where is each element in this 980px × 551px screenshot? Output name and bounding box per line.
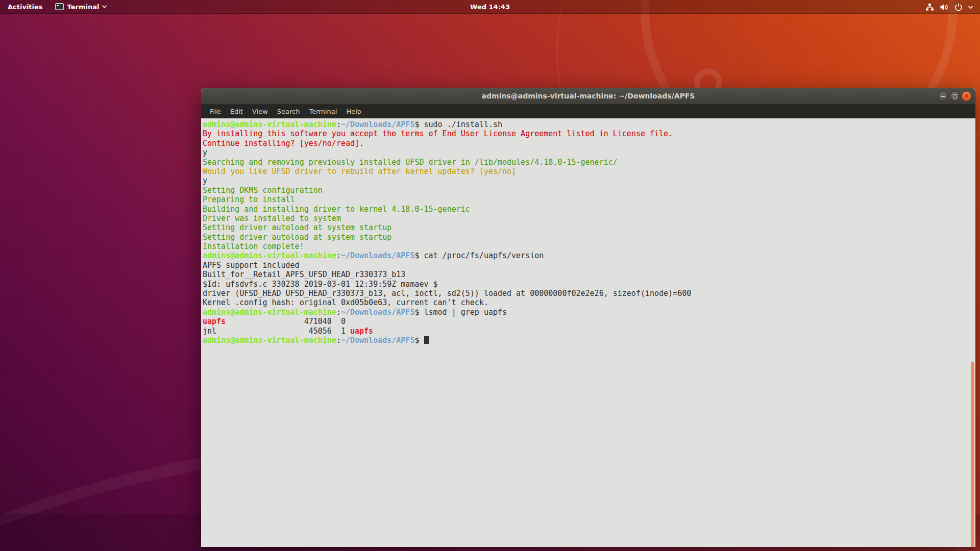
terminal-line: Setting driver autoload at system startu… — [203, 233, 975, 242]
terminal-line: Would you like UFSD driver to rebuild af… — [203, 167, 975, 176]
terminal-line: $Id: ufsdvfs.c 330238 2019-03-01 12:39:5… — [203, 280, 975, 289]
minimize-icon — [941, 96, 945, 97]
terminal-cursor — [424, 336, 429, 344]
terminal-line: Preparing to install — [203, 195, 975, 204]
power-icon — [954, 3, 963, 11]
network-icon — [925, 3, 934, 11]
terminal-line: admins@admins-virtual-machine:~/Download… — [203, 308, 975, 317]
maximize-button[interactable] — [950, 91, 960, 101]
terminal-line: Setting DKMS configuration — [203, 186, 975, 195]
window-controls: ✕ — [938, 88, 971, 105]
terminal-line: admins@admins-virtual-machine:~/Download… — [203, 336, 975, 345]
minimize-button[interactable] — [938, 91, 948, 101]
window-titlebar[interactable]: admins@admins-virtual-machine: ~/Downloa… — [201, 88, 975, 105]
terminal-line: Continue installing? [yes/no/read]. — [203, 139, 975, 148]
terminal-line: y — [203, 148, 975, 157]
terminal-line: y — [203, 176, 975, 185]
menu-item-edit[interactable]: Edit — [226, 105, 248, 118]
terminal-line: Building and installing driver to kernel… — [203, 205, 975, 214]
volume-icon — [940, 3, 949, 11]
window-title: admins@admins-virtual-machine: ~/Downloa… — [482, 92, 695, 100]
maximize-icon — [953, 94, 957, 98]
clock: Wed 14:43 — [0, 3, 980, 11]
terminal-line: Kernel .config hash: original 0xd05b0e63… — [203, 298, 975, 307]
terminal-line: admins@admins-virtual-machine:~/Download… — [203, 120, 975, 129]
terminal-line: admins@admins-virtual-machine:~/Download… — [203, 251, 975, 260]
top-bar: Activities Terminal Wed 14:43 — [0, 0, 980, 14]
terminal-app-icon — [55, 3, 64, 10]
terminal-output[interactable]: admins@admins-virtual-machine:~/Download… — [201, 118, 975, 546]
app-menu-label: Terminal — [67, 3, 100, 11]
terminal-line: Setting driver autoload at system startu… — [203, 223, 975, 232]
close-button[interactable]: ✕ — [962, 91, 971, 101]
terminal-line: APFS support included — [203, 261, 975, 270]
menu-item-search[interactable]: Search — [273, 105, 305, 118]
terminal-line: Searching and removing previously instal… — [203, 158, 975, 167]
chevron-down-icon — [102, 5, 107, 8]
menu-item-help[interactable]: Help — [341, 105, 366, 118]
terminal-line: jnl 45056 1 uapfs — [203, 327, 975, 336]
terminal-line: Built_for__Retail_APFS_UFSD_HEAD_r330373… — [203, 270, 975, 279]
terminal-line: uapfs 471040 0 — [203, 317, 975, 326]
system-tray[interactable] — [920, 0, 980, 14]
app-menu-button[interactable]: Terminal — [49, 0, 113, 13]
terminal-line: By installing this software you accept t… — [203, 129, 975, 138]
scrollbar-thumb[interactable] — [971, 362, 974, 547]
activities-button[interactable]: Activities — [0, 0, 49, 13]
terminal-line: Installation complete! — [203, 242, 975, 251]
menu-item-view[interactable]: View — [248, 105, 273, 118]
terminal-window: admins@admins-virtual-machine: ~/Downloa… — [201, 88, 975, 547]
terminal-line: driver (UFSD_HEAD UFSD_HEAD_r330373_b13,… — [203, 289, 975, 298]
desktop: Activities Terminal Wed 14:43 — [0, 0, 980, 551]
chevron-down-icon — [968, 6, 973, 9]
close-icon: ✕ — [964, 93, 969, 99]
window-menubar: FileEditViewSearchTerminalHelp — [201, 105, 975, 118]
clock-text[interactable]: Wed 14:43 — [470, 3, 510, 11]
menu-item-terminal[interactable]: Terminal — [304, 105, 341, 118]
terminal-line: Driver was installed to system — [203, 214, 975, 223]
menu-item-file[interactable]: File — [205, 105, 226, 118]
